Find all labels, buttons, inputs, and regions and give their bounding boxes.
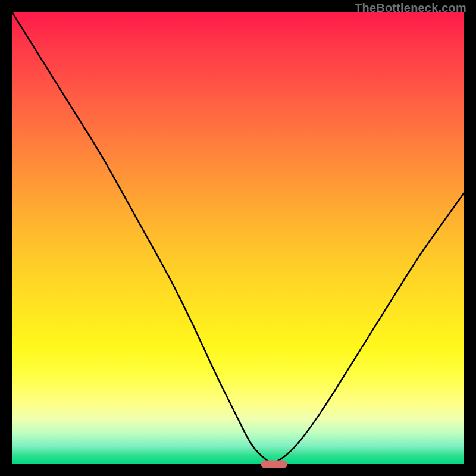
watermark-text: TheBottleneck.com [355, 1, 466, 15]
minimum-marker [261, 461, 288, 468]
plot-area [12, 12, 464, 464]
chart-frame: TheBottleneck.com [0, 0, 476, 476]
bottleneck-curve [12, 12, 464, 464]
